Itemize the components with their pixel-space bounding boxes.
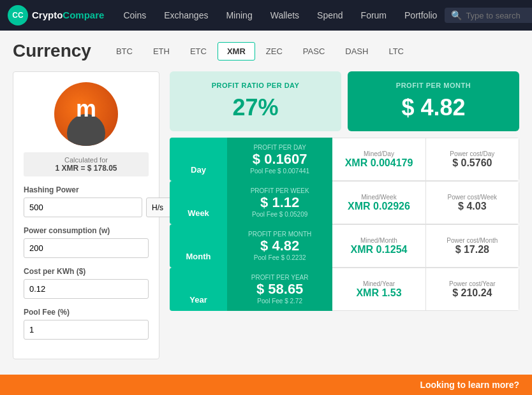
cost-per-kwh-label: Cost per KWh ($) [24,267,149,276]
hashing-power-row: H/s KH/s MH/s GH/s [24,198,149,217]
coin-logo-letter: m [76,96,96,122]
row-label-day: Day [170,138,227,181]
coin-logo: m [54,82,118,146]
logo-icon: CC [8,5,28,25]
profit-month-value: $ 4.82 [360,94,506,121]
row-profit-year: Profit per year $ 58.65 Pool Fee $ 2.72 [227,268,332,311]
data-row-month: Month Profit per month $ 4.82 Pool Fee $… [170,224,519,268]
profit-ratio-label: Profit Ratio Per Day [182,82,329,89]
profit-month-card: Profit Per Month $ 4.82 [348,71,519,131]
calc-rate: 1 XMR = $ 178.05 [27,164,145,173]
coin-logo-container: m [24,82,149,146]
row-profit-day: Profit per day $ 0.1607 Pool Fee $ 0.007… [227,138,332,181]
tab-dash[interactable]: DASH [336,42,378,61]
pool-fee-input[interactable] [24,320,149,340]
calc-for: Calculated for 1 XMR = $ 178.05 [24,152,149,176]
data-row-day: Day Profit per day $ 0.1607 Pool Fee $ 0… [170,138,519,181]
page-title: Currency [13,41,91,61]
row-label-year: Year [170,268,227,311]
row-power-year: Power cost/Year $ 210.24 [426,268,519,311]
tab-ltc[interactable]: LTC [379,42,413,61]
search-input[interactable] [466,11,532,20]
row-mined-day: Mined/day XMR 0.004179 [332,138,425,181]
pool-fee-row [24,320,149,348]
tab-btc[interactable]: BTC [107,42,142,61]
row-label-month: Month [170,224,227,268]
page-content: Currency BTC ETH ETC XMR ZEC PASC DASH L… [0,31,532,370]
power-consumption-label: Power consumption (w) [24,226,149,235]
nav-wallets[interactable]: Wallets [263,6,307,24]
tab-etc[interactable]: ETC [181,42,216,61]
logo[interactable]: CC CryptoCompare [8,5,104,25]
footer-text: Looking to learn more? [420,380,519,390]
row-mined-week: Mined/week XMR 0.02926 [332,181,425,224]
row-mined-year: Mined/year XMR 1.53 [332,268,425,311]
row-label-week: Week [170,181,227,224]
profit-month-label: Profit Per Month [360,82,506,89]
page-header: Currency BTC ETH ETC XMR ZEC PASC DASH L… [13,41,519,61]
data-rows-container: Day Profit per day $ 0.1607 Pool Fee $ 0… [170,138,519,311]
row-profit-week: Profit per week $ 1.12 Pool Fee $ 0.0520… [227,181,332,224]
pool-fee-label: Pool Fee (%) [24,308,149,317]
row-profit-month: Profit per month $ 4.82 Pool Fee $ 0.223… [227,224,332,268]
right-panel: Profit Ratio Per Day 27% Profit Per Mont… [170,71,519,359]
row-power-week: Power cost/Week $ 4.03 [426,181,519,224]
hashing-power-input[interactable] [24,198,142,217]
tab-xmr[interactable]: XMR [218,42,255,61]
nav-mining[interactable]: Mining [218,6,260,24]
cost-per-kwh-row [24,279,149,308]
profit-ratio-value: 27% [182,94,329,121]
logo-text: CryptoCompare [32,10,104,21]
nav-links: Coins Exchanges Mining Wallets Spend For… [115,6,445,24]
nav-exchanges[interactable]: Exchanges [156,6,216,24]
cost-per-kwh-input[interactable] [24,279,149,299]
navigation: CC CryptoCompare Coins Exchanges Mining … [0,0,532,31]
power-consumption-input[interactable] [24,238,149,258]
search-icon: 🔍 [451,10,462,20]
data-row-year: Year Profit per year $ 58.65 Pool Fee $ … [170,268,519,311]
tab-zec[interactable]: ZEC [256,42,292,61]
left-panel: m Calculated for 1 XMR = $ 178.05 Hashin… [13,71,159,359]
row-power-day: Power cost/Day $ 0.5760 [426,138,519,181]
nav-portfolio[interactable]: Portfolio [397,6,445,24]
row-power-month: Power cost/Month $ 17.28 [426,224,519,268]
data-row-week: Week Profit per week $ 1.12 Pool Fee $ 0… [170,181,519,224]
search-bar[interactable]: 🔍 [445,8,532,23]
nav-coins[interactable]: Coins [115,6,154,24]
footer-banner: Looking to learn more? [0,375,532,395]
main-content: m Calculated for 1 XMR = $ 178.05 Hashin… [13,71,519,359]
power-consumption-row [24,238,149,267]
row-mined-month: Mined/month XMR 0.1254 [332,224,425,268]
summary-row: Profit Ratio Per Day 27% Profit Per Mont… [170,71,519,131]
nav-forum[interactable]: Forum [353,6,394,24]
hashing-power-label: Hashing Power [24,185,149,194]
profit-ratio-card: Profit Ratio Per Day 27% [170,71,341,131]
currency-tabs: BTC ETH ETC XMR ZEC PASC DASH LTC [107,42,413,61]
nav-spend[interactable]: Spend [309,6,350,24]
tab-pasc[interactable]: PASC [293,42,334,61]
tab-eth[interactable]: ETH [144,42,179,61]
